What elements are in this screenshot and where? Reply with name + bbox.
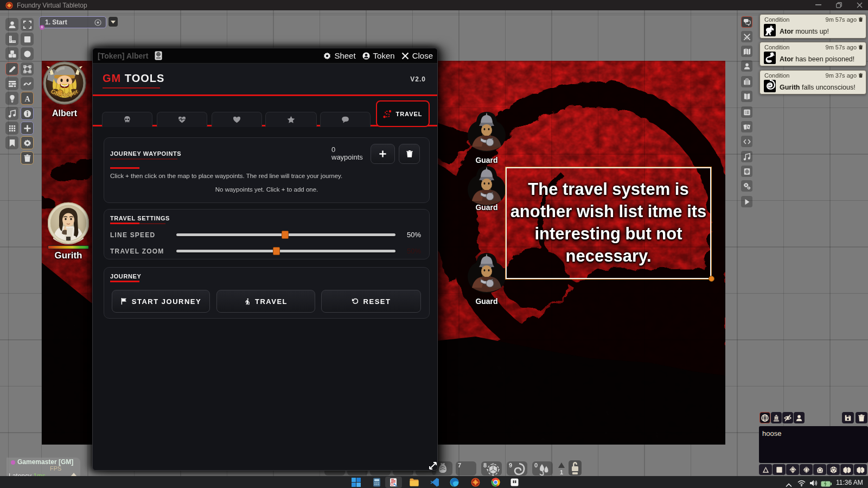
svg-text:1: 1 [560,469,563,476]
svg-text:A: A [24,94,30,103]
